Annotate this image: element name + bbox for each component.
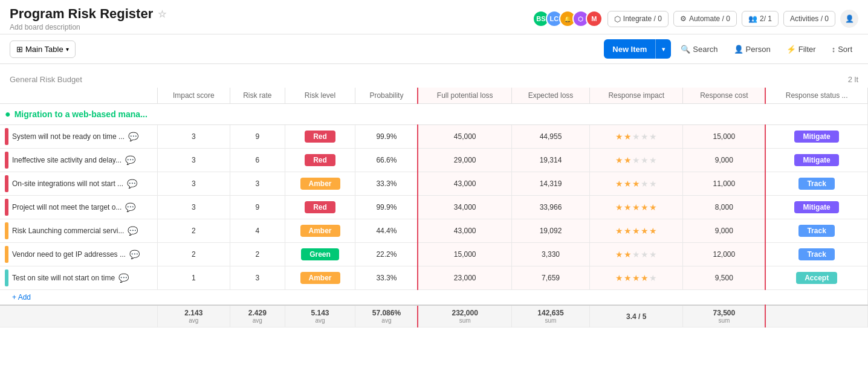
cell-risk-rate-5: 2 [230, 243, 285, 266]
comment-icon-1[interactable]: 💬 [125, 155, 135, 165]
new-item-button[interactable]: New Item ▾ [604, 39, 671, 59]
footer-rc-label: sum [718, 317, 730, 324]
comment-icon-3[interactable]: 💬 [125, 202, 135, 212]
users-label: 2/ 1 [760, 15, 772, 23]
table-row: Project will not meet the target o... 💬 … [0, 196, 868, 219]
cell-impact-score-2: 3 [157, 172, 230, 196]
cell-risk-rate-2: 3 [230, 172, 285, 196]
cell-expected-loss-6: 7,659 [512, 266, 590, 290]
cell-response-status-6: Accept [765, 266, 867, 290]
table-row: Test on site will not start on time 💬 1 … [0, 266, 868, 290]
main-table-button[interactable]: ⊞ Main Table ▾ [10, 40, 76, 58]
cell-probability-6: 33.3% [355, 266, 418, 290]
row-text-0: System will not be ready on time ... [12, 132, 125, 141]
filter-button[interactable]: ⚡ Filter [780, 41, 822, 57]
col-header-impact-score: Impact score [157, 88, 230, 104]
star-4: ★ [641, 155, 649, 165]
main-table-label: Main Table [25, 45, 63, 54]
cell-risk-level-6: Amber [285, 266, 355, 290]
cell-name-6: Test on site will not start on time 💬 [0, 266, 157, 290]
sort-icon: ↕ [832, 45, 836, 54]
add-row-label[interactable]: + Add [0, 290, 868, 306]
cell-name-2: On-site integrations will not start ... … [0, 172, 157, 196]
footer-ri-val: 3.4 / 5 [626, 312, 646, 321]
row-text-6: Test on site will not start on time [12, 274, 115, 282]
comment-icon-5[interactable]: 💬 [129, 250, 140, 259]
activities-button[interactable]: Activities / 0 [783, 11, 835, 27]
avatar-group: BS LC 🔔 ⬡ M [533, 10, 603, 27]
header-right: BS LC 🔔 ⬡ M ⬡ Integrate / 0 ⚙ Automate /… [533, 10, 858, 28]
col-header-response-impact: Response impact [590, 88, 683, 104]
filter-icon: ⚡ [786, 45, 796, 54]
cell-impact-score-6: 1 [157, 266, 230, 290]
footer-row: 2.143avg 2.429avg 5.143avg 57.086%avg 23… [0, 305, 868, 327]
color-bar-1 [5, 152, 8, 169]
star-5: ★ [649, 273, 657, 283]
cell-expected-loss-0: 44,955 [512, 125, 590, 149]
table-row: Ineffective site activity and delay... 💬… [0, 149, 868, 172]
user-profile-button[interactable]: 👤 [840, 10, 858, 28]
cell-risk-rate-3: 9 [230, 196, 285, 219]
sort-label: Sort [838, 45, 852, 54]
footer-el-label: sum [545, 317, 557, 324]
users-icon: 👥 [748, 15, 757, 23]
status-badge-1: Mitigate [794, 154, 838, 166]
integrate-label: Integrate / 0 [623, 15, 662, 23]
comment-icon-4[interactable]: 💬 [128, 226, 138, 236]
cell-response-impact-5: ★★★★★ [590, 243, 683, 266]
automate-label: Automate / 0 [689, 15, 730, 23]
footer-risk-rate: 2.429avg [230, 305, 285, 327]
person-label: Person [746, 45, 771, 54]
footer-risk-level: 5.143avg [285, 305, 355, 327]
footer-fpl-val: 232,000 [452, 309, 478, 317]
star-2: ★ [624, 202, 632, 212]
color-bar-5 [5, 246, 8, 263]
footer-impact-score: 2.143avg [157, 305, 230, 327]
automate-icon: ⚙ [680, 15, 687, 23]
search-label: Search [693, 45, 717, 54]
cell-full-potential-loss-4: 43,000 [418, 219, 511, 243]
content: General Risk Budget 2 lt Impact score Ri… [0, 64, 868, 335]
activities-label: Activities / 0 [790, 15, 829, 23]
footer-fpl-label: sum [459, 317, 471, 324]
cell-name-4: Risk Launching commercial servi... 💬 [0, 219, 157, 243]
footer-risk-rate-label: avg [253, 317, 262, 324]
sort-button[interactable]: ↕ Sort [826, 41, 858, 57]
footer-expected-loss: 142,635sum [512, 305, 590, 327]
users-button[interactable]: 👥 2/ 1 [742, 11, 779, 27]
col-header-expected-loss: Expected loss [512, 88, 590, 104]
row-text-4: Risk Launching commercial servi... [12, 227, 124, 235]
integrate-button[interactable]: ⬡ Integrate / 0 [607, 11, 669, 27]
add-row[interactable]: + Add [0, 290, 868, 306]
star-4: ★ [641, 273, 649, 283]
col-header-name [0, 88, 157, 104]
group-title: Migration to a web-based mana... [15, 109, 147, 119]
comment-icon-0[interactable]: 💬 [128, 132, 138, 141]
new-item-arrow-icon: ▾ [656, 42, 671, 57]
favorite-star-icon[interactable]: ☆ [158, 8, 166, 20]
cell-name-0: System will not be ready on time ... 💬 [0, 125, 157, 149]
star-3: ★ [632, 202, 640, 212]
board-subtitle[interactable]: Add board description [10, 23, 166, 31]
star-5: ★ [649, 226, 657, 236]
col-header-response-cost: Response cost [683, 88, 765, 104]
cell-expected-loss-3: 33,966 [512, 196, 590, 219]
status-badge-0: Mitigate [794, 131, 838, 143]
comment-icon-2[interactable]: 💬 [127, 179, 137, 189]
avatar-extra3[interactable]: M [586, 10, 603, 27]
risk-badge-1: Red [305, 154, 335, 166]
star-2: ★ [624, 179, 632, 189]
star-1: ★ [615, 226, 623, 236]
cell-impact-score-1: 3 [157, 149, 230, 172]
risk-badge-4: Amber [300, 225, 340, 237]
automate-button[interactable]: ⚙ Automate / 0 [673, 11, 737, 27]
cell-risk-rate-1: 6 [230, 149, 285, 172]
table-icon: ⊞ [16, 45, 23, 54]
footer-rc-val: 73,500 [713, 309, 736, 317]
footer-full-potential-loss: 232,000sum [418, 305, 511, 327]
search-button[interactable]: 🔍 Search [675, 41, 724, 57]
person-button[interactable]: 👤 Person [728, 41, 777, 57]
comment-icon-6[interactable]: 💬 [118, 273, 129, 283]
group-name[interactable]: ● Migration to a web-based mana... [5, 109, 863, 120]
star-4: ★ [641, 226, 649, 236]
